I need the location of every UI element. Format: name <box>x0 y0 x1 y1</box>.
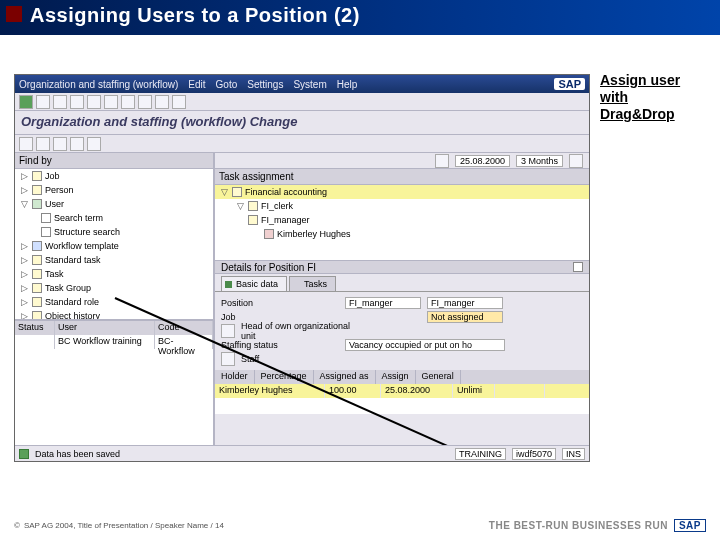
workarea: Find by ▷Job▷Person▽UserSearch termStruc… <box>15 153 589 445</box>
tree-node[interactable]: ▷Job <box>15 169 213 183</box>
position-text-field[interactable]: FI_manger <box>427 297 503 309</box>
position-label: Position <box>221 298 339 308</box>
tree-label: Search term <box>54 213 103 223</box>
basic-data-form: Position FI_manger FI_manger Job Not ass… <box>215 292 589 370</box>
expander-icon[interactable]: ▷ <box>19 269 29 279</box>
expander-icon[interactable]: ▷ <box>19 297 29 307</box>
tab-basic-data[interactable]: Basic data <box>221 276 287 291</box>
task-assignment-header: Task assignment <box>215 169 589 185</box>
app-tb-btn[interactable] <box>70 137 84 151</box>
expander-icon[interactable]: ▷ <box>19 171 29 181</box>
head-checkbox[interactable] <box>221 324 235 338</box>
menu-settings[interactable]: Settings <box>247 79 283 90</box>
expander-icon[interactable]: ▷ <box>19 311 29 319</box>
tb-btn[interactable] <box>70 95 84 109</box>
expander-icon[interactable]: ▽ <box>235 201 245 211</box>
holder-tabs: Holder Percentage Assigned as Assign Gen… <box>215 370 589 384</box>
task-tree-node[interactable]: ▽Financial accounting <box>215 185 589 199</box>
expander-icon[interactable]: ▷ <box>19 255 29 265</box>
status-ok-icon <box>19 449 29 459</box>
details-header: Details for Position FI <box>215 260 589 274</box>
tb-btn[interactable] <box>172 95 186 109</box>
tb-btn[interactable] <box>155 95 169 109</box>
task-tree-node[interactable]: Kimberley Hughes <box>215 227 589 241</box>
menu-edit[interactable]: Edit <box>188 79 205 90</box>
tree-node[interactable]: ▷Task Group <box>15 281 213 295</box>
slide-brand: THE BEST-RUN BUSINESSES RUN SAP <box>489 519 706 532</box>
search-result-grid[interactable]: Status User Code BC Workflow training BC… <box>15 319 213 445</box>
tree-node[interactable]: ▷Person <box>15 183 213 197</box>
tb-btn[interactable] <box>138 95 152 109</box>
htab-holder[interactable]: Holder <box>215 370 255 384</box>
htab-assigned-as[interactable]: Assigned as <box>314 370 376 384</box>
grid-hdr-code: Code <box>155 321 213 335</box>
date-field[interactable]: 25.08.2000 <box>455 155 510 167</box>
tree-node[interactable]: ▷Standard task <box>15 253 213 267</box>
htab-general[interactable]: General <box>416 370 461 384</box>
detail-tabs: Basic data Tasks <box>215 274 589 292</box>
tb-btn[interactable] <box>87 95 101 109</box>
tree-label: Structure search <box>54 227 120 237</box>
details-icon[interactable] <box>573 262 583 272</box>
node-icon <box>232 187 242 197</box>
sap-brand-logo: SAP <box>674 519 706 532</box>
slide-title: Assigning Users to a Position (2) <box>0 0 720 35</box>
app-tb-btn[interactable] <box>36 137 50 151</box>
task-tree[interactable]: ▽Financial accounting▽FI_clerkFI_manager… <box>215 185 589 260</box>
period-field[interactable]: 3 Months <box>516 155 563 167</box>
expander-icon[interactable]: ▷ <box>19 185 29 195</box>
menu-org[interactable]: Organization and staffing (workflow) <box>19 79 178 90</box>
standard-toolbar <box>15 93 589 111</box>
holder-grid[interactable]: Kimberley Hughes 100.00 25.08.2000 Unlim… <box>215 384 589 414</box>
expander-icon[interactable]: ▽ <box>19 199 29 209</box>
callout-l3: Drag&Drop <box>600 106 675 122</box>
app-tb-btn[interactable] <box>19 137 33 151</box>
grid-cell-user: BC Workflow training <box>55 335 155 349</box>
app-tb-btn[interactable] <box>87 137 101 151</box>
htab-assign[interactable]: Assign <box>376 370 416 384</box>
staff-checkbox[interactable] <box>221 352 235 366</box>
findby-tree[interactable]: ▷Job▷Person▽UserSearch termStructure sea… <box>15 169 213 319</box>
expander-icon[interactable]: ▷ <box>19 241 29 251</box>
date-next-icon[interactable] <box>569 154 583 168</box>
holder-row[interactable]: Kimberley Hughes 100.00 25.08.2000 Unlim… <box>215 384 589 398</box>
task-tree-node[interactable]: FI_manager <box>215 213 589 227</box>
htab-percentage[interactable]: Percentage <box>255 370 314 384</box>
tb-btn[interactable] <box>36 95 50 109</box>
tree-node[interactable]: ▷Standard role <box>15 295 213 309</box>
footer-text: SAP AG 2004, Title of Presentation / Spe… <box>24 521 224 530</box>
expander-icon[interactable]: ▽ <box>219 187 229 197</box>
tree-label: Task Group <box>45 283 91 293</box>
tree-node[interactable]: ▷Object history <box>15 309 213 319</box>
job-field[interactable]: Not assigned <box>427 311 503 323</box>
slide-footer: © SAP AG 2004, Title of Presentation / S… <box>14 521 224 530</box>
transaction-title: Organization and staffing (workflow) Cha… <box>15 111 589 135</box>
tree-node[interactable]: ▽User <box>15 197 213 211</box>
grid-cell-code: BC-Workflow <box>155 335 213 349</box>
position-code-field[interactable]: FI_manger <box>345 297 421 309</box>
tb-green-check-icon[interactable] <box>19 95 33 109</box>
task-tree-node[interactable]: ▽FI_clerk <box>215 199 589 213</box>
tb-btn[interactable] <box>53 95 67 109</box>
menu-system[interactable]: System <box>293 79 326 90</box>
date-prev-icon[interactable] <box>435 154 449 168</box>
tree-node[interactable]: ▷Task <box>15 267 213 281</box>
node-icon <box>32 297 42 307</box>
tree-node[interactable]: Structure search <box>15 225 213 239</box>
grid-row[interactable]: BC Workflow training BC-Workflow <box>15 335 213 349</box>
tree-node[interactable]: ▷Workflow template <box>15 239 213 253</box>
app-tb-btn[interactable] <box>53 137 67 151</box>
tb-btn[interactable] <box>104 95 118 109</box>
expander-icon[interactable]: ▷ <box>19 283 29 293</box>
menu-help[interactable]: Help <box>337 79 358 90</box>
tree-node[interactable]: Search term <box>15 211 213 225</box>
tree-label: Object history <box>45 311 100 319</box>
tab-tasks[interactable]: Tasks <box>289 276 336 291</box>
menu-goto[interactable]: Goto <box>216 79 238 90</box>
node-icon <box>248 201 258 211</box>
menubar: Organization and staffing (workflow) Edi… <box>15 75 589 93</box>
tb-btn[interactable] <box>121 95 135 109</box>
node-icon <box>41 213 51 223</box>
node-icon <box>32 241 42 251</box>
staffing-field[interactable]: Vacancy occupied or put on ho <box>345 339 505 351</box>
